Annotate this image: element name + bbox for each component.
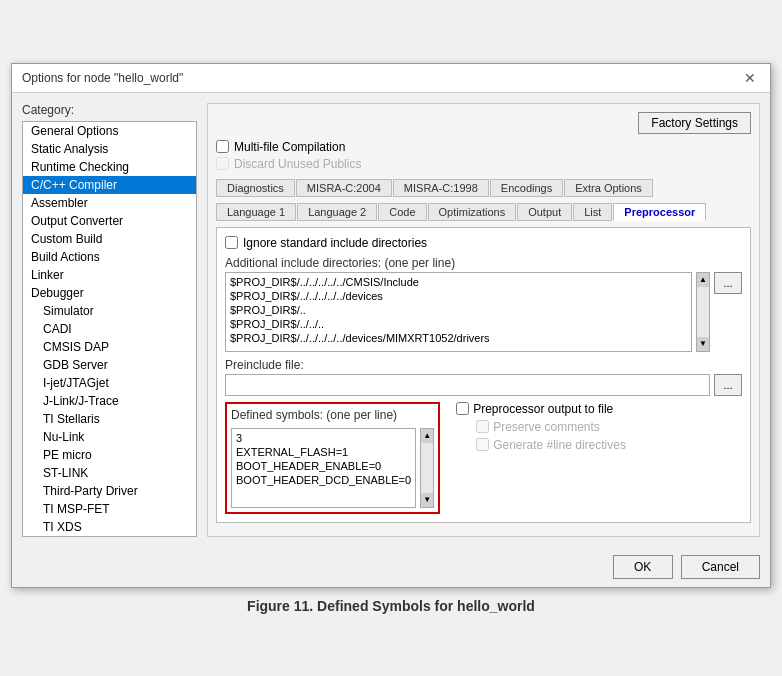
ignore-include-label: Ignore standard include directories [243,236,427,250]
sidebar-item[interactable]: TI Stellaris [23,410,196,428]
sidebar-item[interactable]: PE micro [23,446,196,464]
tab-language-2[interactable]: Language 2 [297,203,377,221]
symbol-line: BOOT_HEADER_ENABLE=0 [234,459,413,473]
sidebar-item[interactable]: CADI [23,320,196,338]
tabs-row-2: Language 1Language 2CodeOptimizationsOut… [216,203,751,221]
include-dirs-box[interactable]: $PROJ_DIR$/../../../../../CMSIS/Include$… [225,272,692,352]
sidebar-item[interactable]: CMSIS DAP [23,338,196,356]
symbols-scrollbar[interactable]: ▲ ▼ [420,428,434,508]
include-dirs-label: Additional include directories: (one per… [225,256,742,270]
scroll-down-btn[interactable]: ▼ [697,337,709,351]
dialog-footer: OK Cancel [12,547,770,587]
symbols-row: 3EXTERNAL_FLASH=1BOOT_HEADER_ENABLE=0BOO… [231,428,434,508]
tab-extra-options[interactable]: Extra Options [564,179,653,197]
dialog-body: Category: General OptionsStatic Analysis… [12,93,770,547]
dialog-titlebar: Options for node "hello_world" ✕ [12,64,770,93]
category-label: Category: [22,103,197,117]
discard-label: Discard Unused Publics [216,157,751,171]
symbol-line: BOOT_HEADER_DCD_ENABLE=0 [234,473,413,487]
close-button[interactable]: ✕ [740,70,760,86]
symbol-line: 3 [234,431,413,445]
preinclude-input[interactable] [225,374,710,396]
include-dir-line: $PROJ_DIR$/../../../../../devices/MIMXRT… [228,331,689,345]
preserve-comments-text: Preserve comments [493,420,600,434]
tab-optimizations[interactable]: Optimizations [428,203,517,221]
multifile-checkbox[interactable] [216,140,229,153]
sidebar-list: General OptionsStatic AnalysisRuntime Ch… [22,121,197,537]
dialog-title: Options for node "hello_world" [22,71,183,85]
pp-output-label[interactable]: Preprocessor output to file [456,402,626,416]
outer-wrapper: Options for node "hello_world" ✕ Categor… [0,0,782,676]
include-dir-line: $PROJ_DIR$/../../../../../devices [228,289,689,303]
generate-directives-checkbox [476,438,489,451]
content-area: Ignore standard include directories Addi… [216,227,751,523]
sidebar-item[interactable]: TI XDS [23,518,196,536]
sym-scroll-up[interactable]: ▲ [421,429,433,443]
compilation-checkboxes: Multi-file Compilation Discard Unused Pu… [216,140,751,171]
include-dir-line: $PROJ_DIR$/../../.. [228,317,689,331]
cancel-button[interactable]: Cancel [681,555,760,579]
pp-output-checkbox[interactable] [456,402,469,415]
sidebar-item[interactable]: ST-LINK [23,464,196,482]
sym-scroll-down[interactable]: ▼ [421,493,433,507]
sidebar-item[interactable]: Custom Build [23,230,196,248]
sidebar-item[interactable]: C/C++ Compiler [23,176,196,194]
preinclude-row: ... [225,374,742,396]
sidebar-item[interactable]: Runtime Checking [23,158,196,176]
sidebar-item[interactable]: Linker [23,266,196,284]
tab-output[interactable]: Output [517,203,572,221]
top-bar: Factory Settings [216,112,751,134]
preprocessor-output-section: Preprocessor output to file Preserve com… [456,402,626,514]
symbol-line: EXTERNAL_FLASH=1 [234,445,413,459]
preserve-comments-label: Preserve comments [456,420,626,434]
figure-caption: Figure 11. Defined Symbols for hello_wor… [247,588,535,614]
include-dir-line: $PROJ_DIR$/.. [228,303,689,317]
multifile-label[interactable]: Multi-file Compilation [216,140,751,154]
tab-misra-c-2004[interactable]: MISRA-C:2004 [296,179,392,197]
ok-button[interactable]: OK [613,555,673,579]
preserve-comments-checkbox [476,420,489,433]
include-dirs-container: $PROJ_DIR$/../../../../../CMSIS/Include$… [225,272,742,352]
sidebar-item[interactable]: TI MSP-FET [23,500,196,518]
tab-encodings[interactable]: Encodings [490,179,563,197]
sidebar-item[interactable]: General Options [23,122,196,140]
main-panel: Factory Settings Multi-file Compilation … [207,103,760,537]
symbols-box[interactable]: 3EXTERNAL_FLASH=1BOOT_HEADER_ENABLE=0BOO… [231,428,416,508]
tab-code[interactable]: Code [378,203,426,221]
sidebar: Category: General OptionsStatic Analysis… [22,103,197,537]
preinclude-label: Preinclude file: [225,358,742,372]
factory-settings-button[interactable]: Factory Settings [638,112,751,134]
include-dir-line: $PROJ_DIR$/../../../../../CMSIS/Include [228,275,689,289]
defined-symbols-section: Defined symbols: (one per line) 3EXTERNA… [225,402,440,514]
include-dirs-section: Additional include directories: (one per… [225,256,742,352]
tabs-row-1: DiagnosticsMISRA-C:2004MISRA-C:1998Encod… [216,179,751,197]
tab-language-1[interactable]: Language 1 [216,203,296,221]
sidebar-item[interactable]: GDB Server [23,356,196,374]
pp-output-text: Preprocessor output to file [473,402,613,416]
preinclude-browse-btn[interactable]: ... [714,374,742,396]
generate-directives-text: Generate #line directives [493,438,626,452]
tab-misra-c-1998[interactable]: MISRA-C:1998 [393,179,489,197]
sidebar-item[interactable]: Output Converter [23,212,196,230]
sidebar-item[interactable]: Build Actions [23,248,196,266]
tab-list[interactable]: List [573,203,612,221]
sidebar-item[interactable]: J-Link/J-Trace [23,392,196,410]
include-dirs-scrollbar[interactable]: ▲ ▼ [696,272,710,352]
sidebar-item[interactable]: Nu-Link [23,428,196,446]
defined-symbols-label: Defined symbols: (one per line) [231,408,434,422]
ignore-include-checkbox[interactable] [225,236,238,249]
preinclude-section: Preinclude file: ... [225,358,742,396]
discard-checkbox [216,157,229,170]
tab-preprocessor[interactable]: Preprocessor [613,203,706,221]
sidebar-item[interactable]: Simulator [23,302,196,320]
sidebar-item[interactable]: Debugger [23,284,196,302]
sidebar-item[interactable]: I-jet/JTAGjet [23,374,196,392]
tab-diagnostics[interactable]: Diagnostics [216,179,295,197]
dialog: Options for node "hello_world" ✕ Categor… [11,63,771,588]
ignore-include-row[interactable]: Ignore standard include directories [225,236,742,250]
sidebar-item[interactable]: Third-Party Driver [23,482,196,500]
include-dirs-browse-btn[interactable]: ... [714,272,742,294]
sidebar-item[interactable]: Assembler [23,194,196,212]
scroll-up-btn[interactable]: ▲ [697,273,709,287]
sidebar-item[interactable]: Static Analysis [23,140,196,158]
